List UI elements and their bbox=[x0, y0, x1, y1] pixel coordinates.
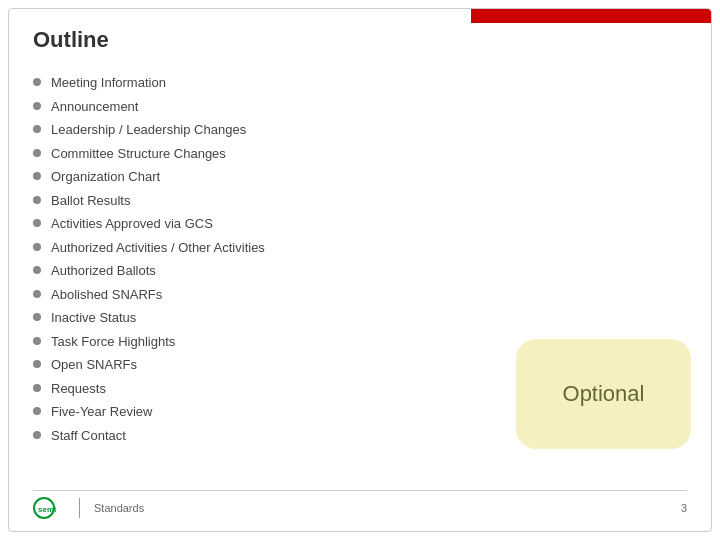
bullet-dot bbox=[33, 172, 41, 180]
list-item-text: Meeting Information bbox=[51, 73, 166, 93]
list-item: Authorized Ballots bbox=[33, 261, 687, 281]
list-item: Announcement bbox=[33, 97, 687, 117]
red-corner-bar bbox=[471, 9, 711, 23]
bullet-dot bbox=[33, 313, 41, 321]
bullet-dot bbox=[33, 102, 41, 110]
semi-icon: semi bbox=[33, 497, 65, 519]
bullet-dot bbox=[33, 196, 41, 204]
bullet-dot bbox=[33, 407, 41, 415]
footer-logo: semi Standards bbox=[33, 497, 144, 519]
list-item-text: Five-Year Review bbox=[51, 402, 152, 422]
list-item: Authorized Activities / Other Activities bbox=[33, 238, 687, 258]
list-item-text: Abolished SNARFs bbox=[51, 285, 162, 305]
list-item-text: Activities Approved via GCS bbox=[51, 214, 213, 234]
list-item: Meeting Information bbox=[33, 73, 687, 93]
slide-footer: semi Standards 3 bbox=[33, 490, 687, 519]
list-item: Organization Chart bbox=[33, 167, 687, 187]
list-item-text: Task Force Highlights bbox=[51, 332, 175, 352]
optional-label: Optional bbox=[563, 381, 645, 407]
bullet-dot bbox=[33, 149, 41, 157]
bullet-dot bbox=[33, 125, 41, 133]
bullet-dot bbox=[33, 243, 41, 251]
list-item: Abolished SNARFs bbox=[33, 285, 687, 305]
list-item-text: Ballot Results bbox=[51, 191, 130, 211]
bullet-dot bbox=[33, 431, 41, 439]
semi-logo: semi bbox=[33, 497, 65, 519]
slide-content: Meeting InformationAnnouncementLeadershi… bbox=[9, 63, 711, 459]
bullet-dot bbox=[33, 266, 41, 274]
bullet-dot bbox=[33, 219, 41, 227]
list-item-text: Staff Contact bbox=[51, 426, 126, 446]
list-item-text: Authorized Activities / Other Activities bbox=[51, 238, 265, 258]
list-item-text: Announcement bbox=[51, 97, 138, 117]
list-item: Activities Approved via GCS bbox=[33, 214, 687, 234]
footer-standards: Standards bbox=[94, 502, 144, 514]
slide-container: Outline Meeting InformationAnnouncementL… bbox=[8, 8, 712, 532]
bullet-dot bbox=[33, 360, 41, 368]
footer-page-number: 3 bbox=[681, 502, 687, 514]
bullet-dot bbox=[33, 384, 41, 392]
list-item-text: Open SNARFs bbox=[51, 355, 137, 375]
list-item: Ballot Results bbox=[33, 191, 687, 211]
list-item: Committee Structure Changes bbox=[33, 144, 687, 164]
list-item-text: Authorized Ballots bbox=[51, 261, 156, 281]
bullet-dot bbox=[33, 78, 41, 86]
list-item-text: Requests bbox=[51, 379, 106, 399]
list-item: Inactive Status bbox=[33, 308, 687, 328]
list-item-text: Leadership / Leadership Changes bbox=[51, 120, 246, 140]
svg-text:semi: semi bbox=[38, 505, 56, 514]
list-item-text: Organization Chart bbox=[51, 167, 160, 187]
optional-box: Optional bbox=[516, 339, 691, 449]
footer-divider bbox=[79, 498, 80, 518]
list-item-text: Committee Structure Changes bbox=[51, 144, 226, 164]
bullet-dot bbox=[33, 337, 41, 345]
bullet-dot bbox=[33, 290, 41, 298]
list-item-text: Inactive Status bbox=[51, 308, 136, 328]
list-item: Leadership / Leadership Changes bbox=[33, 120, 687, 140]
